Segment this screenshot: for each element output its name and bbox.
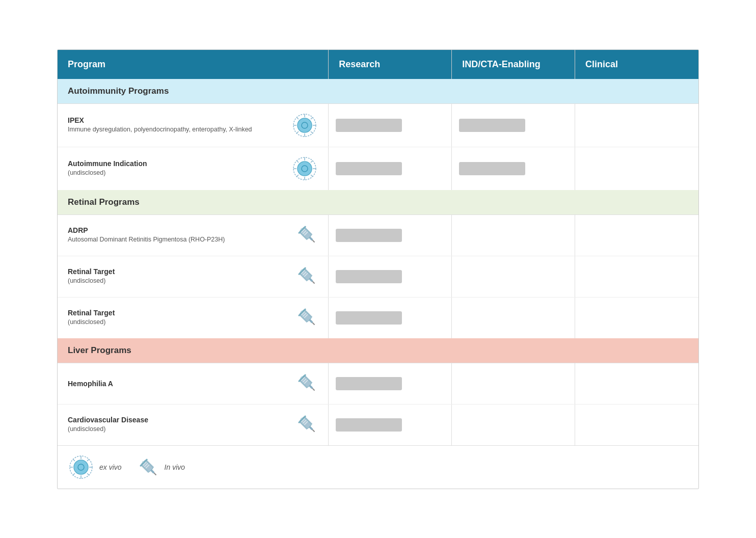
- table-row: Retinal Target (undisclosed): [58, 297, 698, 338]
- syringe-icon-retinal2: [295, 306, 318, 330]
- program-retinal2-cell: Retinal Target (undisclosed): [58, 298, 329, 338]
- program-cardio-name: Cardiovascular Disease: [68, 416, 288, 424]
- section-liver-label: Liver Programs: [58, 338, 329, 363]
- retinal-programs: ADRP Autosomal Dominant Retinitis Pigmen…: [58, 214, 698, 338]
- program-adrp-cell: ADRP Autosomal Dominant Retinitis Pigmen…: [58, 215, 329, 256]
- header-ind: IND/CTA-Enabling: [452, 50, 575, 79]
- svg-line-80: [73, 473, 75, 475]
- svg-point-20: [298, 162, 312, 176]
- invivo-legend: In vivo: [137, 456, 185, 478]
- hemophilia-clinical-stage: [575, 363, 698, 404]
- adrp-clinical-stage: [575, 215, 698, 256]
- cardio-ind-stage: [452, 405, 575, 445]
- svg-line-19: [296, 175, 299, 177]
- program-retinal1-desc: (undisclosed): [68, 277, 288, 286]
- program-retinal1-text: Retinal Target (undisclosed): [68, 267, 288, 286]
- autoimmune-research-stage: [329, 147, 452, 190]
- svg-line-8: [296, 131, 299, 133]
- invivo-legend-label: In vivo: [165, 463, 185, 471]
- retinal2-research-bar: [336, 311, 402, 325]
- svg-line-79: [87, 459, 89, 461]
- syringe-icon-cardio: [295, 413, 318, 437]
- program-hemophilia-text: Hemophilia A: [68, 380, 288, 388]
- retinal2-ind-stage: [452, 298, 575, 338]
- svg-rect-51: [312, 322, 315, 325]
- liver-programs: Hemophilia A: [58, 363, 698, 445]
- program-autoimmune-cell: Autoimmune Indication (undisclosed): [58, 147, 329, 190]
- hemophilia-research-stage: [329, 363, 452, 404]
- program-ipex-desc: Immune dysregulation, polyendocrinopathy…: [68, 125, 284, 134]
- cardio-clinical-stage: [575, 405, 698, 445]
- syringe-icon-retinal1: [295, 264, 318, 289]
- retinal1-clinical-stage: [575, 256, 698, 297]
- ipex-ind-stage: [452, 104, 575, 147]
- svg-rect-41: [312, 281, 315, 284]
- autoimmune-clinical-stage: [575, 147, 698, 190]
- ipex-research-stage: [329, 104, 452, 147]
- autoimmune-research-bar: [336, 162, 402, 175]
- svg-rect-71: [312, 429, 315, 432]
- program-adrp-text: ADRP Autosomal Dominant Retinitis Pigmen…: [68, 226, 288, 245]
- retinal1-research-bar: [336, 270, 402, 283]
- legend: ex vivo In vivo: [58, 445, 698, 489]
- svg-line-78: [87, 473, 89, 475]
- program-retinal1-cell: Retinal Target (undisclosed): [58, 256, 329, 297]
- adrp-research-stage: [329, 215, 452, 256]
- program-hemophilia-cell: Hemophilia A: [58, 363, 329, 404]
- program-retinal2-text: Retinal Target (undisclosed): [68, 309, 288, 327]
- table-row: Autoimmune Indication (undisclosed): [58, 147, 698, 190]
- svg-line-6: [311, 131, 313, 133]
- exvivo-legend-icon: [68, 454, 94, 480]
- program-autoimmune-name: Autoimmune Indication: [68, 159, 284, 168]
- cardio-research-bar: [336, 418, 402, 432]
- svg-rect-31: [312, 239, 315, 243]
- autoimmune-ind-stage: [452, 147, 575, 190]
- adrp-research-bar: [336, 229, 402, 242]
- ipex-ind-bar: [459, 119, 525, 132]
- program-adrp-desc: Autosomal Dominant Retinitis Pigmentosa …: [68, 235, 288, 245]
- header-program: Program: [58, 50, 329, 79]
- section-liver-header: Liver Programs: [58, 338, 698, 363]
- svg-point-9: [298, 118, 312, 132]
- exvivo-legend-label: ex vivo: [99, 463, 122, 471]
- retinal2-clinical-stage: [575, 298, 698, 338]
- program-retinal2-name: Retinal Target: [68, 309, 288, 317]
- svg-rect-92: [153, 472, 156, 475]
- svg-line-7: [311, 117, 313, 119]
- exvivo-icon-autoimmune: [291, 155, 318, 182]
- program-cardio-cell: Cardiovascular Disease (undisclosed): [58, 405, 329, 445]
- header-clinical: Clinical: [575, 50, 698, 79]
- ipex-research-bar: [336, 119, 402, 132]
- invivo-legend-icon: [137, 456, 159, 478]
- svg-line-17: [311, 175, 313, 177]
- section-retinal-label: Retinal Programs: [58, 190, 329, 214]
- ipex-clinical-stage: [575, 104, 698, 147]
- adrp-ind-stage: [452, 215, 575, 256]
- table-row: Hemophilia A: [58, 363, 698, 404]
- section-autoimmunity-header: Autoimmunity Programs: [58, 79, 698, 103]
- table-row: ADRP Autosomal Dominant Retinitis Pigmen…: [58, 215, 698, 256]
- svg-rect-61: [312, 388, 315, 391]
- autoimmune-ind-bar: [459, 162, 525, 175]
- svg-line-16: [296, 160, 299, 163]
- program-retinal1-name: Retinal Target: [68, 267, 288, 276]
- program-retinal2-desc: (undisclosed): [68, 318, 288, 327]
- program-ipex-name: IPEX: [68, 116, 284, 124]
- program-cardio-text: Cardiovascular Disease (undisclosed): [68, 416, 288, 434]
- header-research: Research: [329, 50, 452, 79]
- svg-line-18: [311, 160, 313, 163]
- exvivo-legend: ex vivo: [68, 454, 122, 480]
- svg-line-77: [73, 459, 75, 461]
- section-retinal-header: Retinal Programs: [58, 190, 698, 214]
- retinal2-research-stage: [329, 298, 452, 338]
- section-autoimmunity-label: Autoimmunity Programs: [58, 79, 329, 103]
- retinal1-research-stage: [329, 256, 452, 297]
- retinal1-ind-stage: [452, 256, 575, 297]
- table-row: Retinal Target (undisclosed): [58, 256, 698, 297]
- syringe-icon-hemophilia: [295, 371, 318, 396]
- table-row: Cardiovascular Disease (undisclosed): [58, 404, 698, 445]
- program-adrp-name: ADRP: [68, 226, 288, 234]
- hemophilia-ind-stage: [452, 363, 575, 404]
- table-row: IPEX Immune dysregulation, polyendocrino…: [58, 104, 698, 147]
- hemophilia-research-bar: [336, 377, 402, 390]
